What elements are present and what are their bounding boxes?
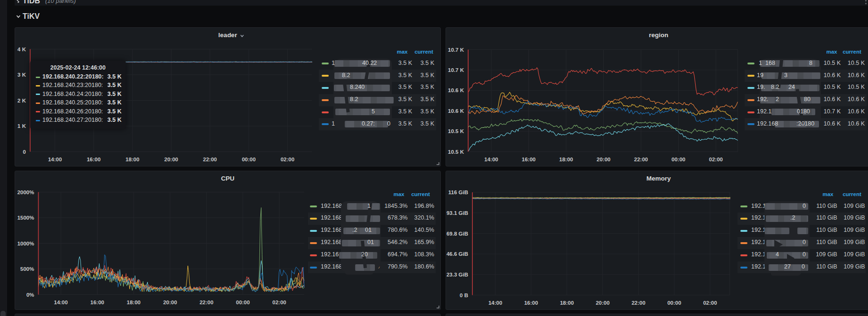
svg-text:10.6 K: 10.6 K bbox=[448, 108, 464, 114]
svg-text:22:00: 22:00 bbox=[632, 300, 645, 306]
svg-text:00:00: 00:00 bbox=[667, 300, 681, 306]
svg-text:0 B: 0 B bbox=[460, 292, 468, 298]
svg-text:69.8 GiB: 69.8 GiB bbox=[446, 231, 468, 237]
svg-text:93.1 GiB: 93.1 GiB bbox=[446, 210, 468, 216]
svg-text:00:00: 00:00 bbox=[242, 157, 255, 162]
svg-text:02:00: 02:00 bbox=[709, 157, 722, 162]
svg-text:00:00: 00:00 bbox=[672, 157, 685, 162]
svg-text:20:00: 20:00 bbox=[164, 157, 178, 162]
svg-text:2000%: 2000% bbox=[17, 190, 34, 195]
svg-text:22:00: 22:00 bbox=[634, 157, 648, 162]
svg-text:3 K: 3 K bbox=[17, 72, 26, 78]
svg-text:16:00: 16:00 bbox=[524, 300, 538, 306]
svg-text:10.5 K: 10.5 K bbox=[448, 128, 464, 134]
svg-text:46.6 GiB: 46.6 GiB bbox=[446, 251, 468, 257]
svg-text:116 GiB: 116 GiB bbox=[448, 190, 468, 195]
svg-text:10.5 K: 10.5 K bbox=[448, 149, 464, 155]
svg-text:00:00: 00:00 bbox=[236, 300, 250, 305]
svg-text:18:00: 18:00 bbox=[559, 157, 573, 162]
svg-text:02:00: 02:00 bbox=[703, 300, 717, 306]
svg-text:18:00: 18:00 bbox=[125, 157, 139, 162]
svg-text:20:00: 20:00 bbox=[597, 157, 610, 162]
svg-text:1000%: 1000% bbox=[17, 241, 34, 246]
svg-text:02:00: 02:00 bbox=[272, 300, 286, 305]
svg-text:14:00: 14:00 bbox=[484, 157, 498, 162]
svg-text:20:00: 20:00 bbox=[596, 300, 609, 306]
svg-text:02:00: 02:00 bbox=[281, 157, 294, 162]
svg-text:2 K: 2 K bbox=[17, 98, 26, 103]
svg-text:18:00: 18:00 bbox=[127, 300, 140, 305]
svg-text:14:00: 14:00 bbox=[48, 157, 62, 162]
svg-text:0: 0 bbox=[23, 149, 26, 155]
svg-text:10.6 K: 10.6 K bbox=[448, 87, 464, 93]
svg-text:16:00: 16:00 bbox=[87, 157, 100, 162]
svg-text:4 K: 4 K bbox=[17, 47, 26, 52]
svg-text:14:00: 14:00 bbox=[54, 300, 67, 305]
svg-text:23.3 GiB: 23.3 GiB bbox=[446, 272, 468, 277]
svg-text:10.7 K: 10.7 K bbox=[448, 67, 464, 73]
svg-text:16:00: 16:00 bbox=[522, 157, 535, 162]
svg-text:20:00: 20:00 bbox=[163, 300, 177, 305]
svg-text:0%: 0% bbox=[26, 292, 34, 298]
svg-text:16:00: 16:00 bbox=[90, 300, 104, 305]
svg-text:500%: 500% bbox=[20, 266, 34, 272]
svg-text:18:00: 18:00 bbox=[560, 300, 574, 306]
svg-text:10.7 K: 10.7 K bbox=[448, 47, 464, 53]
svg-text:22:00: 22:00 bbox=[200, 300, 213, 305]
svg-text:22:00: 22:00 bbox=[203, 157, 217, 162]
svg-text:1500%: 1500% bbox=[17, 215, 34, 221]
svg-text:14:00: 14:00 bbox=[488, 300, 502, 306]
svg-text:1 K: 1 K bbox=[17, 123, 26, 129]
